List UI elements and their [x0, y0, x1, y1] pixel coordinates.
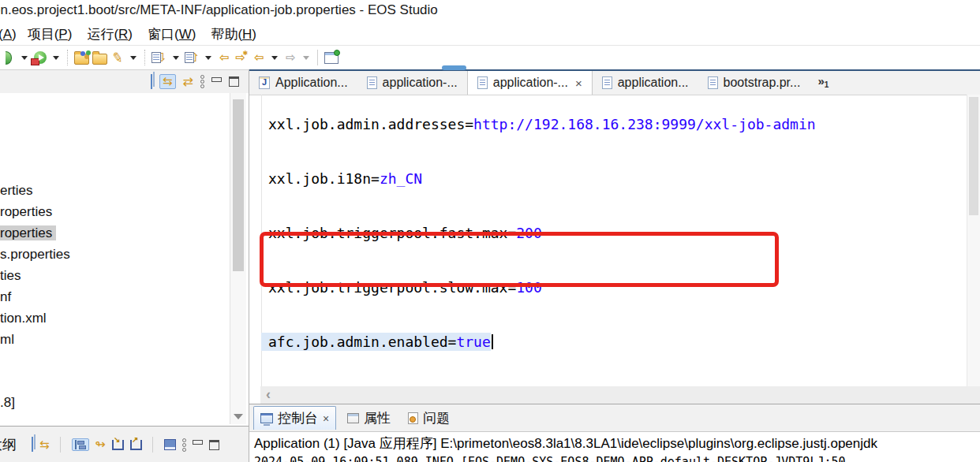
explorer-toolbar: ⇆ ⇄: [0, 69, 249, 93]
window-title: on.eos.project1.boot/src/META-INF/applic…: [0, 2, 438, 18]
console-tab-bar: 控制台 × 属性 问题: [249, 404, 980, 432]
collapse-all-icon[interactable]: [32, 438, 33, 452]
last-edit-location-icon[interactable]: [324, 48, 339, 67]
minimize-view-icon[interactable]: [211, 77, 222, 82]
code-line-current[interactable]: afc.job.admin.enabled=true: [268, 333, 816, 351]
tab-bootstrap-properties[interactable]: bootstrap.pr...: [698, 71, 810, 95]
tab-console[interactable]: 控制台 ×: [253, 406, 336, 430]
dropdown-arrow-icon[interactable]: [205, 56, 211, 60]
toolbar-separator: [67, 50, 69, 65]
toolbar-separator: [317, 50, 319, 65]
tree-item[interactable]: erties: [0, 180, 230, 201]
code-line[interactable]: xxl.job.i18n=zh_CN: [268, 170, 816, 188]
menu-bar: (A) 项目(P) 运行(R) 窗口(W) 帮助(H): [0, 24, 980, 46]
collapse-all-icon[interactable]: [151, 75, 152, 89]
dropdown-arrow-icon[interactable]: [21, 56, 28, 60]
close-console-icon[interactable]: ×: [323, 412, 329, 425]
bookmark-icon[interactable]: [164, 439, 176, 450]
navigate-back-icon[interactable]: ⇦: [252, 48, 266, 67]
properties-file-icon: [367, 76, 377, 89]
code-line[interactable]: xxl.job.triggerpool.fast.max=200: [268, 224, 816, 242]
tree-item[interactable]: s.properties: [0, 244, 230, 265]
file-tree: erties roperties roperties s.properties …: [0, 180, 230, 350]
link-with-editor-icon[interactable]: ⇆: [159, 74, 176, 89]
menu-item-a[interactable]: (A): [0, 27, 17, 43]
sash-divider[interactable]: [249, 69, 249, 462]
view-menu-icon[interactable]: [182, 438, 186, 452]
properties-view-icon: [347, 413, 359, 423]
console-panel: 控制台 × 属性 问题 Application (1) [Java 应用程序] …: [249, 404, 980, 462]
code-line[interactable]: xxl.job.triggerpool.slow.max=100: [268, 278, 816, 296]
text-editor[interactable]: xxl.job.admin.addresses=http://192.168.1…: [249, 95, 967, 386]
export-members-icon[interactable]: ↗: [130, 440, 142, 450]
editor-tab-bar: J Application... application-... applica…: [249, 71, 980, 95]
menu-item-help[interactable]: 帮助(H): [211, 25, 256, 43]
dropdown-arrow-icon[interactable]: [173, 56, 179, 60]
console-process-label: Application (1) [Java 应用程序] E:\primeton\…: [249, 432, 980, 453]
tree-item[interactable]: ties: [0, 265, 230, 286]
maximize-view-icon[interactable]: [209, 440, 219, 450]
import-icon[interactable]: ⇩: [151, 48, 167, 67]
export-icon[interactable]: ⇧: [185, 48, 200, 67]
run-server-icon[interactable]: [33, 48, 47, 67]
tree-item[interactable]: nf: [0, 286, 230, 307]
menu-item-window[interactable]: 窗口(W): [148, 25, 196, 43]
toolbar-separator: [144, 50, 146, 65]
editor-vertical-scrollbar[interactable]: [967, 95, 980, 386]
tab-application-properties-1[interactable]: application-...: [357, 71, 467, 95]
menu-item-run[interactable]: 运行(R): [87, 25, 133, 43]
editor-horizontal-scrollbar[interactable]: ‹: [260, 386, 980, 404]
toolbar-separator: [60, 437, 62, 453]
view-menu-icon[interactable]: [200, 75, 204, 88]
refresh-icon[interactable]: ⇄: [183, 76, 193, 88]
link-with-editor-icon[interactable]: ⇆: [39, 439, 50, 451]
scrollbar-thumb[interactable]: [969, 97, 978, 215]
maximize-view-icon[interactable]: [229, 76, 239, 87]
properties-file-icon: [708, 76, 718, 89]
open-resource-folder-icon[interactable]: [74, 48, 89, 67]
tree-mode-icon[interactable]: [72, 438, 89, 451]
scrollbar-thumb[interactable]: [233, 99, 244, 271]
tab-problems-view[interactable]: 问题: [402, 407, 456, 430]
hidden-tabs-indicator[interactable]: »1: [817, 74, 829, 95]
tab-application-java[interactable]: J Application...: [249, 71, 357, 95]
tree-item[interactable]: roperties: [0, 201, 230, 222]
tree-item[interactable]: ml: [0, 329, 230, 350]
tab-application-job-properties-active[interactable]: application-... ×: [467, 71, 593, 95]
dropdown-arrow-icon[interactable]: [271, 56, 278, 60]
scroll-down-icon[interactable]: [234, 414, 243, 419]
outline-view-title: 大纲: [0, 435, 25, 454]
dropdown-arrow-icon[interactable]: [53, 56, 59, 60]
focus-element-icon[interactable]: ↬: [95, 438, 106, 451]
console-icon: [260, 413, 273, 423]
main-toolbar: ✎ ⇩ ⇧ ⇦ ⇨✱ ⇦ ⇨: [0, 46, 980, 70]
explorer-scrollbar[interactable]: [230, 93, 246, 424]
navigate-forward-icon-disabled: ⇨: [283, 48, 297, 67]
toolbar-separator: [152, 437, 154, 453]
project-explorer: ⇆ ⇄ erties roperties roperties s.propert…: [0, 69, 249, 462]
clipped-tool-icon[interactable]: [2, 48, 16, 67]
forward-new-icon[interactable]: ⇨✱: [234, 48, 249, 67]
tab-properties-view[interactable]: 属性: [341, 407, 397, 430]
tree-item-selected[interactable]: roperties: [0, 222, 230, 244]
close-tab-icon[interactable]: ×: [575, 76, 582, 90]
back-history-icon[interactable]: ⇦: [217, 48, 231, 67]
import-members-icon[interactable]: ↘: [112, 440, 124, 450]
menu-item-project[interactable]: 项目(P): [28, 25, 73, 43]
problems-icon: [408, 412, 418, 424]
open-folder-icon[interactable]: [92, 48, 107, 67]
minimized-view-indicator[interactable]: [442, 65, 466, 70]
outline-view-header: 大纲 ⇆ ↬ ↘ ↗: [0, 426, 249, 462]
title-bar: on.eos.project1.boot/src/META-INF/applic…: [0, 0, 980, 24]
properties-file-icon: [602, 76, 612, 89]
java-file-icon: J: [259, 76, 270, 89]
dropdown-arrow-icon[interactable]: [130, 56, 137, 60]
scroll-left-icon[interactable]: ‹: [266, 386, 271, 403]
tree-item[interactable]: tion.xml: [0, 307, 230, 329]
tree-item-jre[interactable]: .8]: [0, 392, 15, 413]
console-log-line: 2024-05-09 16:09:51.089 INFO [EOS-DEMO-S…: [249, 453, 980, 462]
code-line-partial[interactable]: xxl.job.admin.addresses=http://192.168.1…: [268, 115, 816, 133]
minimize-view-icon[interactable]: [193, 440, 203, 445]
new-wizard-icon[interactable]: ✎: [109, 47, 126, 69]
tab-application-properties-2[interactable]: application...: [593, 71, 698, 95]
